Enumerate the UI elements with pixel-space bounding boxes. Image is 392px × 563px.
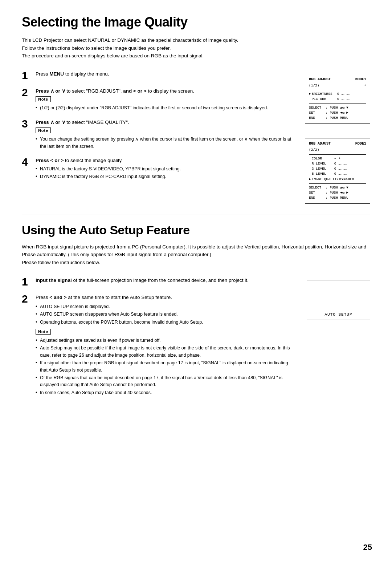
screen2-item2-value: 0: [334, 161, 336, 166]
step1-key-menu: MENU: [49, 71, 64, 77]
screen1-item1-label: BRIGHTNESS: [312, 92, 336, 97]
screen2-item1: ► COLOR – +: [309, 156, 366, 161]
screen2-title-right: MODE1: [355, 141, 366, 146]
page2-intro-line1: When RGB input signal picture is project…: [22, 244, 366, 258]
screen1-footer2-value: : PUSH ◄or►: [326, 110, 348, 116]
step1-number: 1: [22, 69, 36, 81]
page2-step1-rest: of the full-screen projection image from…: [72, 278, 249, 283]
screen2-item4: ► B LEVEL 0 ……|……: [309, 171, 366, 177]
screen2-divider2: [309, 183, 366, 184]
page1-intro: This LCD Projector can select NATURAL or…: [22, 36, 370, 60]
page1-screen-panel: RGB ADJUST MODE1 (1/2) + ► BRIGHTNESS 0 …: [294, 70, 370, 204]
screen1-item2: ► PICTURE 0 ……|……: [309, 97, 366, 102]
screen1-item2-label: PICTURE: [312, 97, 336, 102]
page2-step2-note4: Of the RGB signals that can be input des…: [36, 374, 294, 389]
screen1-sub-text: (1/2): [309, 83, 319, 88]
page2-title: Using the Auto Setup Feature: [22, 223, 370, 237]
step1-text: Press MENU to display the menu.: [36, 70, 294, 78]
page2-intro: When RGB input signal picture is project…: [22, 243, 370, 267]
step3-text: Press ∧ or ∨ to select "IMAGE QUALITY".: [36, 118, 294, 126]
page2-content: 1 Input the signal of the full-screen pr…: [22, 276, 370, 403]
screen2-item3-label: G LEVEL: [312, 166, 334, 171]
screen2-footer2: SET : PUSH ◄or►: [309, 190, 366, 195]
step2: 2 Press ∧ or ∨ to select "RGB ADJUST", a…: [22, 87, 294, 113]
page2-step1-content: Input the signal of the full-screen proj…: [36, 276, 294, 284]
page2-step1-number: 1: [22, 276, 36, 288]
screen1-item1-bar: ……|……: [340, 92, 349, 97]
step4-bullet-list: NATURAL is the factory S-VIDEO/VIDEO, YP…: [36, 166, 294, 181]
page1-intro-line1: This LCD Projector can select NATURAL or…: [22, 37, 238, 43]
step1-content: Press MENU to display the menu.: [36, 70, 294, 78]
page2-step2: 2 Press < and > at the same time to star…: [22, 293, 294, 397]
screen1-footer3-value: : PUSH MENU: [326, 116, 348, 121]
screen1-item2-value: 0: [337, 97, 339, 102]
screen2-item3-value: 0: [334, 166, 336, 171]
screen2-footer2-label: SET: [309, 190, 323, 195]
step2-text: Press ∧ or ∨ to select "RGB ADJUST", and…: [36, 87, 294, 95]
page2-step2-bullet2: AUTO SETUP screen disappears when Auto S…: [36, 311, 294, 318]
page2-step1-bold: Input the signal: [36, 278, 72, 283]
note-box-step2: Note: [36, 96, 51, 102]
page2-step1: 1 Input the signal of the full-screen pr…: [22, 276, 294, 288]
screen1-sub: (1/2) +: [309, 83, 366, 88]
screen1-plus: +: [364, 83, 366, 88]
note-box-page2-step2: Note: [36, 329, 51, 335]
page1-content: 1 Press MENU to display the menu. 2 Pres…: [22, 70, 370, 204]
page2-step2-content: Press < and > at the same time to start …: [36, 293, 294, 397]
screen2-footer3: END : PUSH MENU: [309, 195, 366, 201]
screen2-footer3-value: : PUSH MENU: [326, 195, 348, 201]
step2-note-item1: (1/2) or (2/2) displayed under "RGB ADJU…: [36, 105, 294, 112]
screen2-item2: ► R LEVEL 0 ……|……: [309, 161, 366, 166]
page1-steps: 1 Press MENU to display the menu. 2 Pres…: [22, 70, 294, 204]
screen2-item1-bar: +: [338, 156, 340, 161]
screen2-title-left: RGB ADJUST: [309, 141, 331, 146]
step2-content: Press ∧ or ∨ to select "RGB ADJUST", and…: [36, 87, 294, 113]
screen2-sub-text: (2/2): [309, 148, 319, 152]
screen2-item5-label: IMAGE QUALITY: [312, 177, 339, 182]
screen1-footer2: SET : PUSH ◄or►: [309, 110, 366, 116]
screen1-divider2: [309, 104, 366, 104]
step4-content: Press < or > to select the image quality…: [36, 157, 294, 181]
step3-note-list: You can change the setting screen by pre…: [36, 136, 294, 150]
screen2-item5-arrow: ►: [309, 177, 311, 182]
screen2-item3: ► G LEVEL 0 ……|……: [309, 166, 366, 171]
screen1-footer2-label: SET: [309, 110, 323, 116]
page2-screen-panel: AUTO SETUP: [294, 276, 370, 403]
page2-step2-note5: In some cases, Auto Setup may take about…: [36, 389, 294, 396]
page2-step2-key: < and >: [49, 295, 66, 300]
screen1-box: RGB ADJUST MODE1 (1/2) + ► BRIGHTNESS 0 …: [305, 74, 370, 124]
note-box-step3: Note: [36, 127, 51, 133]
screen2-item2-label: R LEVEL: [312, 161, 334, 166]
page2-step2-note3: If a signal other than the proper RGB in…: [36, 360, 294, 374]
page1-intro-line2: Follow the instructions below to select …: [22, 45, 171, 51]
auto-setup-screen: AUTO SETUP: [307, 280, 370, 320]
page2-intro-line2: Please follow the instructions below.: [22, 260, 100, 265]
step2-key-press: Press ∧ or ∨: [36, 88, 65, 94]
screen2-box: RGB ADJUST MODE1 (2/2) ► COLOR – + ► R L…: [305, 138, 370, 203]
step4-text: Press < or > to select the image quality…: [36, 157, 294, 165]
page2-step2-number: 2: [22, 293, 36, 305]
screen2-item4-bar: ……|……: [338, 171, 346, 177]
step3-note-item1: You can change the setting screen by pre…: [36, 136, 294, 150]
screen1-header: RGB ADJUST MODE1: [309, 77, 366, 82]
step2-key-and: and < or >: [123, 88, 147, 94]
screen2-item3-bar: ……|……: [338, 166, 346, 171]
step3-content: Press ∧ or ∨ to select "IMAGE QUALITY". …: [36, 118, 294, 151]
step4-bullet1: NATURAL is the factory S-VIDEO/VIDEO, YP…: [36, 166, 294, 173]
screen1-divider: [309, 90, 366, 90]
screen1-footer3: END : PUSH MENU: [309, 116, 366, 121]
page1-title: Selecting the Image Quality: [22, 15, 370, 30]
screen2-divider: [309, 154, 366, 155]
step4-bullet2: DYNAMIC is the factory RGB or PC-CARD in…: [36, 173, 294, 180]
step3-key: Press ∧ or ∨: [36, 120, 65, 125]
step3: 3 Press ∧ or ∨ to select "IMAGE QUALITY"…: [22, 118, 294, 151]
screen1-footer3-label: END: [309, 116, 323, 121]
screen2-item1-label: COLOR: [312, 156, 334, 161]
page2-step2-note1: Adjusted settings are saved as is even i…: [36, 337, 294, 344]
screen1-item2-bar: ……|……: [340, 97, 349, 102]
screen2-item5-bar: DYNAMIC: [339, 177, 354, 182]
screen1-footer1-value: : PUSH ▲or▼: [326, 105, 348, 110]
section-divider: [22, 215, 370, 215]
page2-step2-bullet3: Operating buttons, except the POWER butt…: [36, 319, 294, 326]
screen2-footer3-label: END: [309, 195, 323, 201]
